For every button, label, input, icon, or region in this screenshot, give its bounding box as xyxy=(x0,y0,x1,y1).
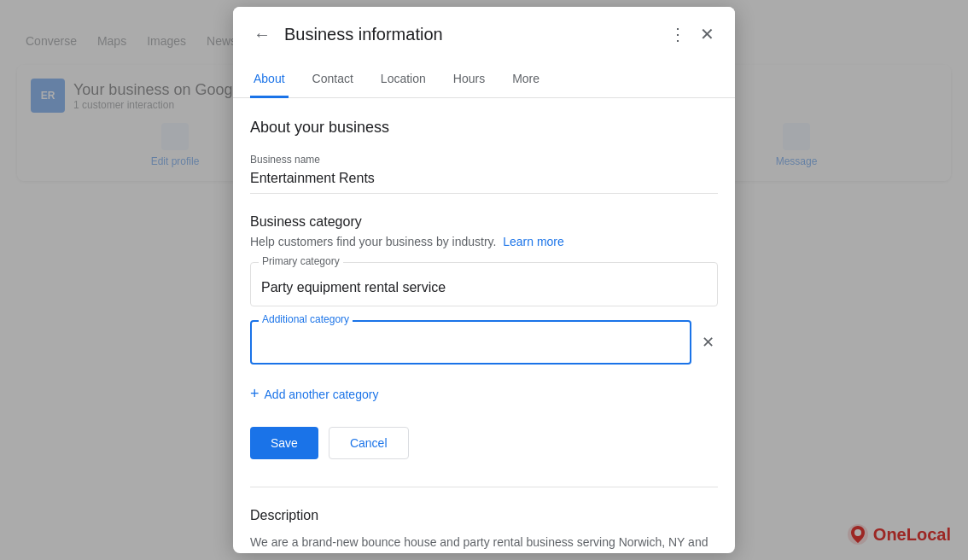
additional-category-input[interactable] xyxy=(250,320,691,365)
about-section-title: About your business xyxy=(250,119,718,137)
close-button[interactable]: ✕ xyxy=(697,20,718,48)
additional-category-field: Additional category xyxy=(250,320,691,365)
more-icon: ⋮ xyxy=(669,25,686,44)
business-name-label: Business name xyxy=(250,154,718,166)
cancel-button[interactable]: Cancel xyxy=(329,427,409,459)
business-info-modal: ← Business information ⋮ ✕ About Contact… xyxy=(233,7,735,553)
modal-title: Business information xyxy=(284,25,662,44)
action-buttons: Save Cancel xyxy=(250,427,718,459)
tab-contact[interactable]: Contact xyxy=(309,61,357,98)
add-another-category-button[interactable]: + Add another category xyxy=(250,378,378,410)
business-category-desc-text: Help customers find your business by ind… xyxy=(250,235,496,248)
business-category-title: Business category xyxy=(250,214,718,230)
primary-category-label: Primary category xyxy=(259,255,343,267)
additional-category-label: Additional category xyxy=(259,313,353,325)
modal-tabs: About Contact Location Hours More xyxy=(233,61,735,98)
clear-icon: ✕ xyxy=(702,334,714,351)
save-button[interactable]: Save xyxy=(250,427,318,459)
section-divider xyxy=(250,487,718,487)
close-icon: ✕ xyxy=(700,25,714,44)
tab-more[interactable]: More xyxy=(509,61,543,98)
modal-header: ← Business information ⋮ ✕ xyxy=(233,7,735,61)
primary-category-field: Primary category xyxy=(250,262,718,306)
business-name-value: Entertainment Rents xyxy=(250,171,718,194)
more-options-button[interactable]: ⋮ xyxy=(662,20,693,48)
modal-backdrop: ← Business information ⋮ ✕ About Contact… xyxy=(0,0,968,560)
add-another-label: Add another category xyxy=(265,388,379,401)
back-button[interactable]: ← xyxy=(250,22,274,46)
learn-more-link[interactable]: Learn more xyxy=(503,235,564,248)
tab-about[interactable]: About xyxy=(250,61,289,98)
primary-category-input[interactable] xyxy=(250,262,718,306)
modal-body: About your business Business name Entert… xyxy=(233,98,735,553)
plus-icon: + xyxy=(250,385,259,403)
business-category-desc: Help customers find your business by ind… xyxy=(250,235,718,248)
back-icon: ← xyxy=(254,25,271,44)
tab-hours[interactable]: Hours xyxy=(450,61,488,98)
clear-additional-category-button[interactable]: ✕ xyxy=(698,330,718,355)
tab-location[interactable]: Location xyxy=(377,61,429,98)
description-text: We are a brand-new bounce house and part… xyxy=(250,534,718,553)
additional-category-row: Additional category ✕ xyxy=(250,320,718,365)
description-title: Description xyxy=(250,508,718,523)
